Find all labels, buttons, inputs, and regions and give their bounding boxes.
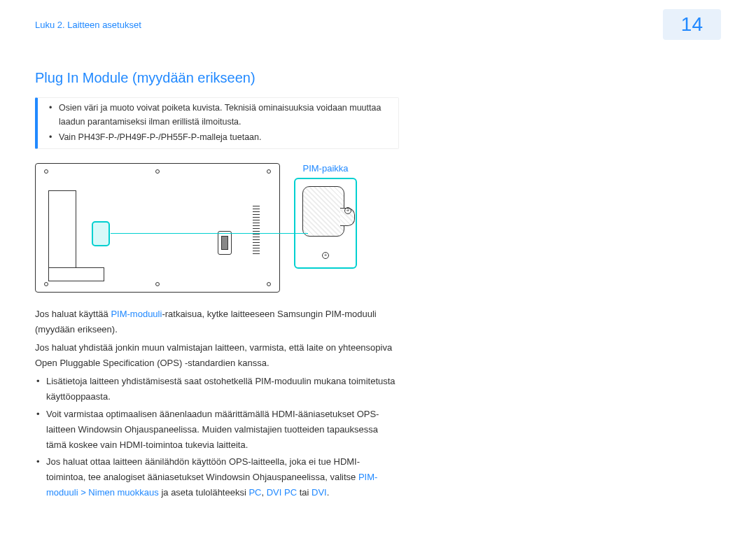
diagram-row: PIM-paikka + + — [35, 163, 399, 293]
detail-label: PIM-paikka — [294, 163, 357, 174]
page-number: 14 — [663, 9, 721, 40]
screw-icon — [155, 282, 160, 286]
highlight-term: DVI PC — [267, 487, 297, 498]
text: , — [262, 487, 267, 498]
highlight-term: PC — [248, 487, 261, 498]
highlight-term: PIM-moduuli — [111, 309, 162, 319]
note-item: Vain PH43F-P-/PH49F-P-/PH55F-P-malleja t… — [48, 130, 398, 144]
section-title: Plug In Module (myydään erikseen) — [35, 70, 399, 86]
text: ja aseta tulolähteeksi — [159, 487, 249, 498]
main-content: Plug In Module (myydään erikseen) Osien … — [0, 42, 434, 500]
note-box: Osien väri ja muoto voivat poiketa kuvis… — [35, 97, 399, 149]
vent-shape — [253, 206, 260, 255]
text: tai — [297, 487, 312, 498]
screw-icon: + — [344, 207, 351, 214]
module-shape — [302, 186, 344, 237]
device-rear-diagram — [35, 163, 280, 293]
text: . — [327, 487, 330, 498]
leader-line — [111, 233, 308, 234]
detail-column: PIM-paikka + + — [294, 163, 357, 269]
screw-icon — [267, 169, 271, 174]
bracket-foot-shape — [48, 267, 104, 281]
paragraph: Jos haluat yhdistää jonkin muun valmista… — [35, 340, 399, 371]
instruction-list: Lisätietoja laitteen yhdistämisestä saat… — [35, 374, 399, 500]
highlight-term: DVI — [312, 487, 327, 498]
text: Jos haluat käyttää — [35, 309, 111, 319]
note-item: Osien väri ja muoto voivat poiketa kuvis… — [48, 101, 398, 129]
list-item: Lisätietoja laitteen yhdistämisestä saat… — [35, 374, 399, 405]
pim-detail-diagram: + + — [294, 178, 357, 269]
screw-icon — [44, 282, 48, 286]
text: Jos haluat ottaa laitteen äänilähdön käy… — [46, 456, 360, 482]
port-shape — [218, 231, 232, 255]
pim-slot-highlight — [92, 221, 110, 246]
text: > — [78, 487, 89, 498]
chapter-label: Luku 2. Laitteen asetukset — [35, 20, 141, 30]
paragraph: Jos haluat käyttää PIM-moduuli-ratkaisua… — [35, 307, 399, 337]
screw-icon — [44, 169, 48, 174]
screw-icon: + — [322, 252, 329, 259]
screw-icon — [155, 169, 160, 174]
list-item: Jos haluat ottaa laitteen äänilähdön käy… — [35, 454, 399, 500]
screw-icon — [267, 282, 271, 286]
highlight-term: Nimen muokkaus — [88, 487, 158, 498]
bracket-shape — [48, 190, 76, 274]
list-item: Voit varmistaa optimaalisen äänenlaadun … — [35, 407, 399, 453]
page-header: Luku 2. Laitteen asetukset 14 — [0, 0, 756, 42]
